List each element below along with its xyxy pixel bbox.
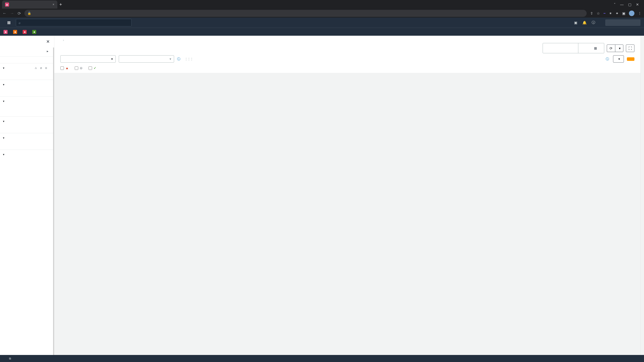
sidebar-section-events[interactable]: ▾ <box>0 135 53 141</box>
search-icon: ⌕ <box>19 21 21 25</box>
forward-icon: → <box>10 11 14 16</box>
sidebar-item-trace[interactable] <box>0 128 53 131</box>
minus-icon: ⊖ <box>45 67 47 69</box>
service-chip-s3[interactable]: ◆ <box>32 30 38 34</box>
filter-ok[interactable]: ✓ <box>89 66 98 70</box>
panel-icon[interactable]: ▣ <box>622 11 625 15</box>
sidebar-close-icon[interactable]: ✕ <box>46 39 50 44</box>
namespace-select[interactable]: ▾ <box>60 55 116 63</box>
bell-icon[interactable]: 🔔 <box>582 21 587 25</box>
sidebar-favorites[interactable]: ▸ <box>0 48 53 55</box>
filter-alarm[interactable]: ▲ <box>60 66 70 70</box>
fullscreen-button[interactable]: ⛶ <box>626 44 634 52</box>
window-close-icon[interactable]: ✕ <box>636 3 639 7</box>
browser-tab[interactable]: ◆ × <box>2 1 57 9</box>
calendar-icon: ▦ <box>590 45 600 52</box>
alarm-icon: ▲ <box>65 66 69 70</box>
resource-group-select[interactable]: ▾ <box>119 55 174 63</box>
sidebar-item-dashboards[interactable] <box>0 58 53 62</box>
range-1h[interactable] <box>543 43 550 53</box>
sidebar-item-explorer[interactable] <box>0 108 53 111</box>
extension-icon[interactable]: ✶ <box>609 11 612 15</box>
ok-icon: ⊘ <box>40 67 42 69</box>
lock-icon: 🔒 <box>27 12 31 15</box>
star-icon[interactable]: ☆ <box>597 11 600 15</box>
info-icon: ⓘ <box>606 57 609 61</box>
scrollbar[interactable] <box>640 36 644 355</box>
sidebar-section-app-monitoring[interactable]: ▾ <box>0 151 53 158</box>
back-icon[interactable]: ← <box>3 11 7 16</box>
help-icon[interactable]: ⓘ <box>592 20 595 25</box>
footer: ⧉ <box>0 355 644 362</box>
tab-favicon: ◆ <box>5 3 9 7</box>
filter-insufficient[interactable]: ⊖ <box>75 66 84 70</box>
chevron-right-icon: ▸ <box>47 49 49 53</box>
sidebar: ✕ ▸ ▾ ⚠ ⊘ ⊖ ▾ ▾ <box>0 36 54 355</box>
aws-service-bar: ◆ ◆ ◆ ◆ <box>0 28 644 36</box>
override-link[interactable]: ⓘ <box>606 57 610 61</box>
sidebar-section-alarms[interactable]: ▾ ⚠ ⊘ ⊖ <box>0 65 53 71</box>
external-link-icon: ⧉ <box>9 357 11 360</box>
time-range-group: ▦ <box>543 43 604 53</box>
sidebar-item-all-metrics[interactable] <box>0 104 53 108</box>
minus-circle-icon: ⊖ <box>80 66 83 70</box>
sidebar-section-logs[interactable]: ▾ <box>0 81 53 88</box>
kebab-icon[interactable]: ⋮ <box>638 11 641 15</box>
reload-icon[interactable]: ⟳ <box>18 11 21 16</box>
close-icon[interactable]: × <box>53 3 54 6</box>
refresh-icon: ⟳ <box>607 45 615 52</box>
range-12h[interactable] <box>557 43 564 53</box>
sidebar-item-log-groups[interactable] <box>0 88 53 91</box>
service-chip-cloudwatch[interactable]: ◆ <box>4 30 9 34</box>
sidebar-item-log-insights[interactable] <box>0 91 53 95</box>
range-custom[interactable]: ▦ <box>578 43 604 53</box>
minimize-icon[interactable]: ― <box>620 3 624 7</box>
account-menu[interactable] <box>605 19 640 26</box>
search-input[interactable]: ⌕ <box>16 19 132 26</box>
chevron-right-icon: › <box>63 38 64 42</box>
sidebar-item-all-alarms[interactable] <box>0 75 53 78</box>
sidebar-item-stream[interactable] <box>0 111 53 115</box>
refresh-button[interactable]: ⟳▾ <box>607 44 623 52</box>
actions-button[interactable]: ▾ <box>613 55 624 63</box>
share-icon[interactable]: ⇧ <box>590 11 593 15</box>
service-chip-iam[interactable]: ◆ <box>23 30 28 34</box>
chevron-down-icon[interactable]: ˅ <box>614 3 616 7</box>
extension-badge[interactable] <box>603 13 606 14</box>
service-chip-ec2[interactable]: ◆ <box>13 30 19 34</box>
profile-avatar[interactable] <box>629 11 634 16</box>
range-3h[interactable] <box>550 43 557 53</box>
warn-icon: ⚠ <box>35 67 37 69</box>
sidebar-item-rules[interactable] <box>0 141 53 145</box>
aws-top-nav: ⌕ ▣ 🔔 ⓘ <box>0 18 644 28</box>
sidebar-section-xray[interactable]: ▾ <box>0 118 53 124</box>
maximize-icon[interactable]: ▢ <box>628 3 631 7</box>
range-1w[interactable] <box>571 43 578 53</box>
services-menu[interactable] <box>8 21 12 24</box>
info-icon: ⓘ <box>177 57 180 61</box>
chevron-down-icon: ▾ <box>618 57 620 61</box>
content: › ▦ ⟳▾ ⛶ <box>54 36 640 355</box>
address-bar[interactable]: 🔒 <box>24 10 587 17</box>
cloudshell-icon[interactable]: ▣ <box>574 21 577 25</box>
chevron-down-icon: ▾ <box>170 57 171 61</box>
sidebar-item-alarm-state[interactable] <box>0 71 53 75</box>
sidebar-section-metrics[interactable]: ▾ <box>0 98 53 104</box>
unified-settings-link[interactable]: ⧉ <box>9 357 11 360</box>
check-circle-icon: ✓ <box>94 66 96 70</box>
sidebar-item-service-map[interactable] <box>0 124 53 128</box>
range-1d[interactable] <box>564 43 571 53</box>
sidebar-item-event-bus[interactable] <box>0 145 53 148</box>
grid-icon <box>8 21 10 24</box>
lang-hint: ⧉ <box>9 357 11 360</box>
puzzle-icon[interactable]: ✦ <box>616 11 619 15</box>
info-link[interactable]: ⓘ <box>177 57 181 61</box>
new-tab-button[interactable]: + <box>59 2 62 7</box>
add-to-dashboard-button[interactable] <box>627 57 634 61</box>
chevron-down-icon: ▾ <box>111 57 113 61</box>
chevron-down-icon: ▾ <box>616 45 623 52</box>
drag-handle-icon[interactable]: ⋮⋮⋮ <box>184 57 193 61</box>
